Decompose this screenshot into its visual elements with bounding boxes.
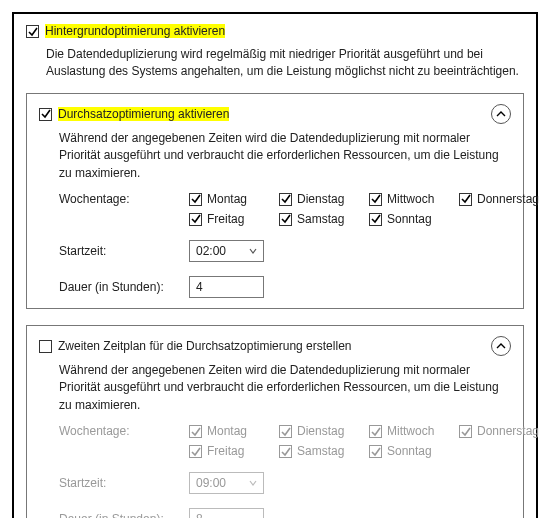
schedule2-fri-checkbox (189, 445, 202, 458)
schedule1-description: Während der angegebenen Zeiten wird die … (59, 130, 511, 182)
schedule2-description: Während der angegebenen Zeiten wird die … (59, 362, 511, 414)
chevron-up-icon (496, 341, 506, 351)
schedule2-weekdays-grid: Wochentage: Montag Dienstag Mittwoch Don… (59, 424, 511, 458)
schedule1-tue-label: Dienstag (297, 192, 344, 206)
schedule1-header: Durchsatzoptimierung aktivieren (39, 104, 511, 124)
schedule1-sat-label: Samstag (297, 212, 344, 226)
schedule2-thu-checkbox (459, 425, 472, 438)
schedule1-sun-label: Sonntag (387, 212, 432, 226)
schedule2-wed-label: Mittwoch (387, 424, 434, 438)
schedule1-wed-label: Mittwoch (387, 192, 434, 206)
schedule1-weekdays-label: Wochentage: (59, 192, 189, 206)
schedule1-sat-checkbox[interactable] (279, 213, 292, 226)
schedule1-duration-input[interactable]: 4 (189, 276, 264, 298)
schedule2-fri-label: Freitag (207, 444, 244, 458)
schedule2-header: Zweiten Zeitplan für die Durchsatzoptimi… (39, 336, 511, 356)
schedule2-duration-input: 8 (189, 508, 264, 518)
schedule2-start-row: Startzeit: 09:00 (59, 472, 511, 494)
schedule2-tue-label: Dienstag (297, 424, 344, 438)
chevron-up-icon (496, 109, 506, 119)
throughput-schedule-2-panel: Zweiten Zeitplan für die Durchsatzoptimi… (26, 325, 524, 518)
schedule1-duration-label: Dauer (in Stunden): (59, 280, 179, 294)
schedule2-sat-label: Samstag (297, 444, 344, 458)
schedule2-collapse-button[interactable] (491, 336, 511, 356)
schedule1-label: Durchsatzoptimierung aktivieren (58, 107, 229, 121)
schedule1-start-value: 02:00 (196, 244, 226, 258)
schedule1-duration-row: Dauer (in Stunden): 4 (59, 276, 511, 298)
chevron-down-icon (249, 247, 257, 255)
schedule1-duration-value: 4 (196, 280, 203, 294)
schedule2-start-select: 09:00 (189, 472, 264, 494)
schedule2-duration-value: 8 (196, 512, 203, 518)
schedule1-thu-checkbox[interactable] (459, 193, 472, 206)
background-opt-description: Die Datendeduplizierung wird regelmäßig … (46, 46, 524, 81)
schedule1-body: Während der angegebenen Zeiten wird die … (39, 130, 511, 298)
chevron-down-icon (249, 479, 257, 487)
schedule1-sun-checkbox[interactable] (369, 213, 382, 226)
schedule2-sat-checkbox (279, 445, 292, 458)
schedule1-mon-checkbox[interactable] (189, 193, 202, 206)
schedule1-thu-label: Donnerstag (477, 192, 539, 206)
schedule2-thu-label: Donnerstag (477, 424, 539, 438)
schedule2-sun-label: Sonntag (387, 444, 432, 458)
schedule2-duration-row: Dauer (in Stunden): 8 (59, 508, 511, 518)
schedule2-start-label: Startzeit: (59, 476, 179, 490)
background-opt-row: Hintergrundoptimierung aktivieren (26, 24, 524, 38)
background-opt-label: Hintergrundoptimierung aktivieren (45, 24, 225, 38)
schedule1-fri-checkbox[interactable] (189, 213, 202, 226)
background-opt-checkbox[interactable] (26, 25, 39, 38)
schedule2-wed-checkbox (369, 425, 382, 438)
schedule2-body: Während der angegebenen Zeiten wird die … (39, 362, 511, 518)
schedule1-start-select[interactable]: 02:00 (189, 240, 264, 262)
schedule2-duration-label: Dauer (in Stunden): (59, 512, 179, 518)
schedule1-start-label: Startzeit: (59, 244, 179, 258)
schedule1-tue-checkbox[interactable] (279, 193, 292, 206)
schedule1-mon-label: Montag (207, 192, 247, 206)
schedule2-start-value: 09:00 (196, 476, 226, 490)
schedule1-wed-checkbox[interactable] (369, 193, 382, 206)
schedule2-weekdays-label: Wochentage: (59, 424, 189, 438)
schedule2-enable-checkbox[interactable] (39, 340, 52, 353)
schedule2-tue-checkbox (279, 425, 292, 438)
schedule2-mon-label: Montag (207, 424, 247, 438)
schedule1-weekdays-grid: Wochentage: Montag Dienstag Mittwoch Don… (59, 192, 511, 226)
schedule2-sun-checkbox (369, 445, 382, 458)
schedule1-enable-checkbox[interactable] (39, 108, 52, 121)
schedule1-fri-label: Freitag (207, 212, 244, 226)
throughput-schedule-1-panel: Durchsatzoptimierung aktivieren Während … (26, 93, 524, 309)
schedule1-start-row: Startzeit: 02:00 (59, 240, 511, 262)
settings-frame: Hintergrundoptimierung aktivieren Die Da… (12, 12, 538, 518)
schedule2-label: Zweiten Zeitplan für die Durchsatzoptimi… (58, 339, 351, 353)
schedule2-mon-checkbox (189, 425, 202, 438)
schedule1-collapse-button[interactable] (491, 104, 511, 124)
